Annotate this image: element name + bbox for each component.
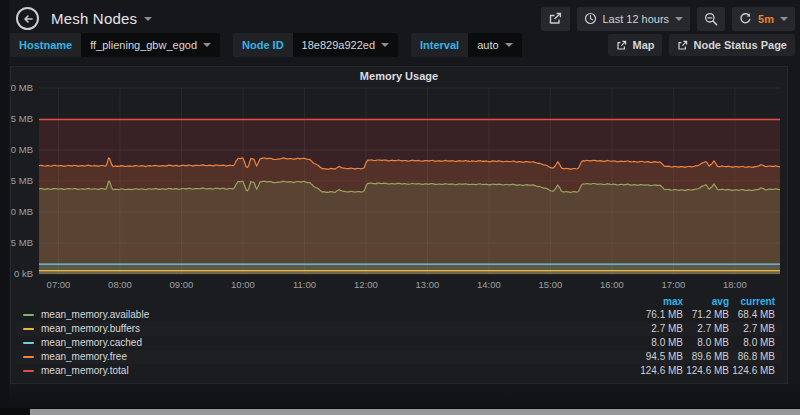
- legend-current-value: 68.4 MB: [729, 308, 775, 322]
- share-button[interactable]: [541, 7, 570, 31]
- legend-series-name[interactable]: mean_memory.cached: [41, 336, 142, 350]
- legend-max-value: 8.0 MB: [637, 336, 683, 350]
- legend-max-value: 124.6 MB: [637, 364, 683, 378]
- y-axis-tick-label: 75 MB: [11, 175, 33, 186]
- node-status-page-link-button[interactable]: Node Status Page: [669, 34, 795, 56]
- map-link-button[interactable]: Map: [608, 34, 662, 56]
- legend-max-value: 76.1 MB: [637, 308, 683, 322]
- legend-current-value: 86.8 MB: [729, 350, 775, 364]
- legend-avg-value: 124.6 MB: [683, 364, 729, 378]
- legend-series-name[interactable]: mean_memory.available: [41, 308, 149, 322]
- x-axis-tick-label: 17:00: [662, 279, 686, 290]
- variable-nodeid-label: Node ID: [233, 33, 293, 57]
- variable-nodeid-value[interactable]: 18e829a922ed: [293, 33, 398, 57]
- variable-interval-value-text: auto: [477, 39, 498, 51]
- zoom-out-icon: [704, 12, 718, 26]
- chevron-down-icon[interactable]: [144, 17, 152, 21]
- submenu-row: Hostname ff_pliening_gbw_egod Node ID 18…: [10, 33, 795, 57]
- variable-hostname-value-text: ff_pliening_gbw_egod: [90, 39, 197, 51]
- x-axis-tick-label: 18:00: [723, 279, 747, 290]
- x-axis-tick-label: 15:00: [539, 279, 563, 290]
- legend-row: mean_memory.cached8.0 MB8.0 MB8.0 MB: [16, 336, 782, 350]
- legend-color-dash: [23, 370, 34, 372]
- variable-interval-value[interactable]: auto: [468, 33, 521, 57]
- panel-title[interactable]: Memory Usage: [11, 67, 787, 85]
- chevron-down-icon: [780, 17, 788, 21]
- legend-current-value: 8.0 MB: [729, 336, 775, 350]
- dashboard-title[interactable]: Mesh Nodes: [51, 10, 137, 27]
- chevron-down-icon: [675, 17, 683, 21]
- legend-color-dash: [23, 342, 34, 344]
- share-icon: [548, 12, 563, 25]
- x-axis-tick-label: 08:00: [108, 279, 132, 290]
- legend-color-dash: [23, 314, 34, 316]
- legend-current-value: 124.6 MB: [729, 364, 775, 378]
- top-nav: Mesh Nodes Last 12 hours 5m: [16, 5, 795, 32]
- back-button[interactable]: [16, 7, 39, 30]
- time-range-label: Last 12 hours: [602, 13, 669, 25]
- zoom-out-button[interactable]: [697, 7, 725, 31]
- left-edge-strip: [0, 0, 9, 415]
- legend-col-avg[interactable]: avg: [683, 295, 729, 309]
- y-axis-tick-label: 25 MB: [11, 237, 33, 248]
- legend-current-value: 2.7 MB: [729, 322, 775, 336]
- time-range-picker[interactable]: Last 12 hours: [577, 7, 690, 31]
- legend-table: maxavgcurrentmean_memory.available76.1 M…: [16, 295, 782, 378]
- legend-col-current[interactable]: current: [729, 295, 775, 309]
- legend-row: mean_memory.total124.6 MB124.6 MB124.6 M…: [16, 364, 782, 378]
- x-axis-tick-label: 14:00: [477, 279, 501, 290]
- legend-row: mean_memory.available76.1 MB71.2 MB68.4 …: [16, 308, 782, 322]
- map-link-label: Map: [632, 39, 654, 51]
- variable-interval-label: Interval: [411, 33, 468, 57]
- variable-hostname: Hostname ff_pliening_gbw_egod: [10, 33, 220, 57]
- arrow-left-icon: [22, 13, 34, 25]
- legend-row: mean_memory.buffers2.7 MB2.7 MB2.7 MB: [16, 322, 782, 336]
- chevron-down-icon: [381, 43, 389, 47]
- variable-hostname-label: Hostname: [10, 33, 81, 57]
- x-axis-tick-label: 09:00: [170, 279, 194, 290]
- variable-hostname-value[interactable]: ff_pliening_gbw_egod: [81, 33, 220, 57]
- legend-max-value: 94.5 MB: [637, 350, 683, 364]
- x-axis-tick-label: 10:00: [231, 279, 255, 290]
- y-axis-tick-label: 125 MB: [11, 113, 33, 124]
- legend-color-dash: [23, 356, 34, 358]
- legend-avg-value: 71.2 MB: [683, 308, 729, 322]
- variable-nodeid: Node ID 18e829a922ed: [233, 33, 398, 57]
- node-status-page-link-label: Node Status Page: [693, 39, 787, 51]
- legend-max-value: 2.7 MB: [637, 322, 683, 336]
- x-axis-tick-label: 16:00: [600, 279, 624, 290]
- external-link-icon: [677, 40, 688, 51]
- variable-interval: Interval auto: [411, 33, 522, 57]
- memory-usage-panel: Memory Usage 0 kB25 MB50 MB75 MB100 MB12…: [10, 66, 788, 384]
- horizontal-scrollbar-thumb[interactable]: [30, 409, 800, 415]
- x-axis-tick-label: 12:00: [354, 279, 378, 290]
- legend-header-row: maxavgcurrent: [16, 295, 782, 308]
- refresh-icon: [739, 12, 752, 25]
- series-fill-mean_memory.available: [39, 181, 780, 274]
- legend-series-name[interactable]: mean_memory.buffers: [41, 322, 140, 336]
- y-axis-tick-label: 0 kB: [14, 268, 33, 279]
- x-axis-tick-label: 13:00: [416, 279, 440, 290]
- clock-icon: [584, 12, 597, 25]
- refresh-interval-label: 5m: [758, 13, 774, 25]
- refresh-button-group[interactable]: 5m: [732, 7, 795, 31]
- variable-nodeid-value-text: 18e829a922ed: [302, 39, 375, 51]
- horizontal-scrollbar: [0, 408, 800, 415]
- legend-avg-value: 8.0 MB: [683, 336, 729, 350]
- legend-series-name[interactable]: mean_memory.free: [41, 350, 127, 364]
- y-axis-tick-label: 50 MB: [11, 206, 33, 217]
- legend-series-name[interactable]: mean_memory.total: [41, 364, 129, 378]
- x-axis-tick-label: 11:00: [293, 279, 316, 290]
- legend-color-dash: [23, 328, 34, 330]
- external-link-icon: [616, 40, 627, 51]
- legend-avg-value: 2.7 MB: [683, 322, 729, 336]
- y-axis-tick-label: 100 MB: [11, 144, 33, 155]
- memory-usage-chart[interactable]: 0 kB25 MB50 MB75 MB100 MB125 MB150 MB07:…: [11, 84, 789, 292]
- legend-row: mean_memory.free94.5 MB89.6 MB86.8 MB: [16, 350, 782, 364]
- legend-avg-value: 89.6 MB: [683, 350, 729, 364]
- y-axis-tick-label: 150 MB: [11, 84, 33, 93]
- legend-col-max[interactable]: max: [637, 295, 683, 309]
- chevron-down-icon: [505, 43, 513, 47]
- x-axis-tick-label: 07:00: [47, 279, 71, 290]
- chevron-down-icon: [203, 43, 211, 47]
